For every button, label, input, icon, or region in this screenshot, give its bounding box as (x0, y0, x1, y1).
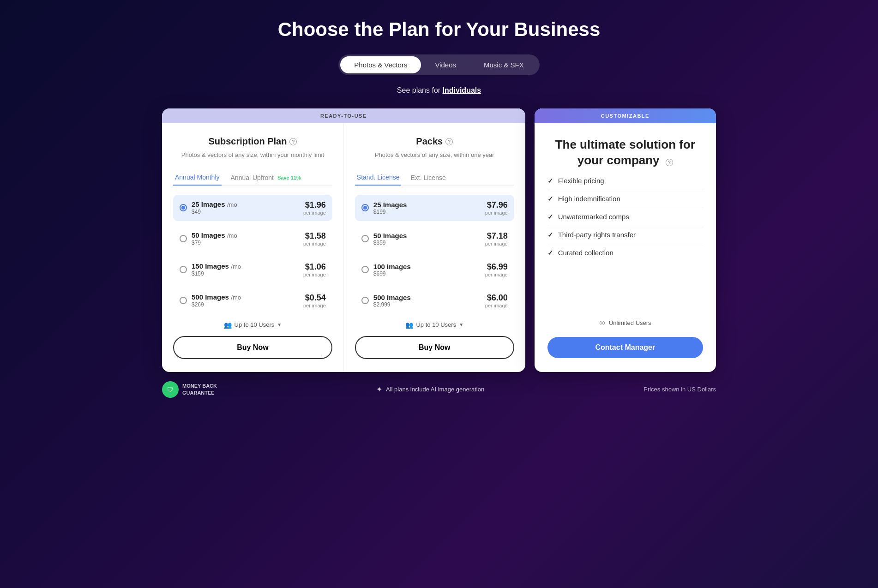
packs-chevron: ▼ (459, 322, 463, 327)
unlimited-users-row: ∞ Unlimited Users (547, 318, 703, 328)
audience-link[interactable]: Individuals (443, 86, 481, 94)
tab-stand-license[interactable]: Stand. License (355, 170, 402, 186)
feature-4: ✓ Curated collection (547, 244, 703, 262)
check-icon-0: ✓ (547, 177, 553, 185)
features-list: ✓ Flexible pricing ✓ High indemnificatio… (547, 172, 703, 262)
ready-to-use-card: READY-TO-USE Subscription Plan ? Photos … (162, 108, 525, 372)
packs-radio-0 (361, 204, 369, 211)
packs-radio-2 (361, 266, 369, 273)
ready-to-use-header: READY-TO-USE (162, 108, 525, 123)
packs-title: Packs ? (355, 136, 514, 147)
feature-0: ✓ Flexible pricing (547, 172, 703, 190)
usd-note: Prices shown in US Dollars (643, 386, 716, 393)
subscription-option-1[interactable]: 50 Images /mo $79 $1.58 per image (173, 226, 332, 252)
customizable-header: CUSTOMIZABLE (535, 108, 716, 123)
ai-icon: ✦ (376, 385, 382, 394)
check-icon-4: ✓ (547, 249, 553, 257)
subscription-option-3[interactable]: 500 Images /mo $269 $0.54 per image (173, 288, 332, 314)
tab-container: Photos & Vectors Videos Music & SFX (338, 54, 539, 75)
packs-buy-button[interactable]: Buy Now (355, 336, 514, 359)
radio-1 (180, 235, 187, 242)
shield-icon: 🛡 (162, 381, 179, 398)
packs-desc: Photos & vectors of any size, within one… (355, 150, 514, 160)
packs-option-2[interactable]: 100 Images $699 $6.99 per image (355, 257, 514, 283)
packs-radio-1 (361, 235, 369, 242)
money-back-text: Money Back GUARANTEE (182, 383, 217, 396)
page-title: Choose the Plan for Your Business (9, 18, 869, 41)
check-icon-1: ✓ (547, 195, 553, 203)
packs-users-row[interactable]: 👥 Up to 10 Users ▼ (355, 321, 514, 329)
subscription-option-0[interactable]: 25 Images /mo $49 $1.96 per image (173, 195, 332, 221)
money-back: 🛡 Money Back GUARANTEE (162, 381, 217, 398)
packs-sub-tabs: Stand. License Ext. License (355, 169, 514, 186)
save-badge: Save 11% (277, 175, 301, 180)
radio-3 (180, 297, 187, 304)
subscription-sub-tabs: Annual Monthly Annual Upfront Save 11% (173, 169, 332, 186)
subscription-title: Subscription Plan ? (173, 136, 332, 147)
subscription-desc: Photos & vectors of any size, within you… (173, 150, 332, 160)
subscription-users-row[interactable]: 👥 Up to 10 Users ▼ (173, 321, 332, 329)
customizable-help-icon[interactable]: ? (666, 159, 673, 166)
tab-ext-license[interactable]: Ext. License (409, 170, 447, 186)
packs-option-0[interactable]: 25 Images $199 $7.96 per image (355, 195, 514, 221)
packs-option-3[interactable]: 500 Images $2,999 $6.00 per image (355, 288, 514, 314)
radio-2 (180, 266, 187, 273)
feature-3: ✓ Third-party rights transfer (547, 226, 703, 244)
subscription-section: Subscription Plan ? Photos & vectors of … (162, 123, 343, 372)
tab-videos[interactable]: Videos (421, 56, 470, 73)
feature-2: ✓ Unwatermarked comps (547, 208, 703, 226)
check-icon-3: ✓ (547, 231, 553, 239)
packs-help-icon[interactable]: ? (445, 138, 453, 145)
infinity-icon: ∞ (599, 318, 605, 328)
tab-music-sfx[interactable]: Music & SFX (470, 56, 538, 73)
packs-section: Packs ? Photos & vectors of any size, wi… (343, 123, 525, 372)
check-icon-2: ✓ (547, 213, 553, 221)
cards-inner: Subscription Plan ? Photos & vectors of … (162, 123, 525, 372)
customizable-card: CUSTOMIZABLE The ultimate solution for y… (535, 108, 716, 372)
radio-0 (180, 204, 187, 211)
subscription-buy-button[interactable]: Buy Now (173, 336, 332, 359)
users-icon: 👥 (224, 321, 232, 329)
packs-option-1[interactable]: 50 Images $359 $7.18 per image (355, 226, 514, 252)
packs-users-icon: 👥 (405, 321, 413, 329)
tab-annual-upfront[interactable]: Annual Upfront Save 11% (229, 170, 303, 186)
cards-wrapper: READY-TO-USE Subscription Plan ? Photos … (162, 108, 716, 372)
category-tab-bar: Photos & Vectors Videos Music & SFX (9, 54, 869, 75)
tab-photos-vectors[interactable]: Photos & Vectors (340, 56, 421, 73)
feature-1: ✓ High indemnification (547, 190, 703, 208)
ai-notice: ✦ All plans include AI image generation (376, 385, 484, 394)
users-chevron: ▼ (277, 322, 282, 327)
customizable-body: The ultimate solution for your company ?… (535, 123, 716, 372)
packs-radio-3 (361, 297, 369, 304)
footer-row: 🛡 Money Back GUARANTEE ✦ All plans inclu… (162, 381, 716, 398)
customizable-title: The ultimate solution for your company ? (547, 137, 703, 168)
subscription-option-2[interactable]: 150 Images /mo $159 $1.06 per image (173, 257, 332, 283)
plans-for-text: See plans for Individuals (9, 86, 869, 95)
subscription-help-icon[interactable]: ? (289, 138, 297, 145)
contact-manager-button[interactable]: Contact Manager (547, 337, 703, 358)
tab-annual-monthly[interactable]: Annual Monthly (173, 170, 222, 186)
